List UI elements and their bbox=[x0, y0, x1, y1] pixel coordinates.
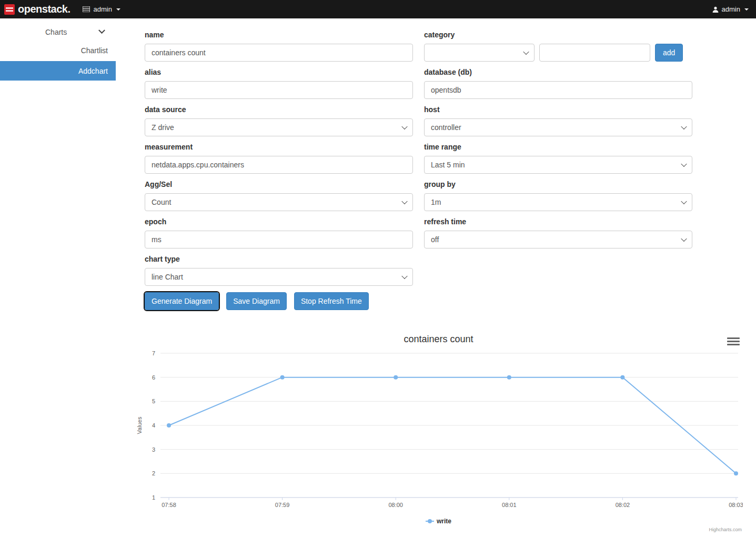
user-menu-label: admin bbox=[722, 5, 740, 13]
database-label: database (db) bbox=[424, 68, 692, 77]
host-label: host bbox=[424, 105, 692, 114]
line-chart: 123456707:5807:5908:0008:0108:0208:03Val… bbox=[134, 349, 743, 513]
main-content: name alias data source Z drive m bbox=[116, 18, 756, 525]
time-range-select[interactable]: Last 5 min bbox=[424, 156, 692, 174]
user-icon bbox=[712, 6, 719, 13]
data-point[interactable] bbox=[507, 375, 511, 380]
legend-item-write[interactable]: write bbox=[426, 518, 451, 525]
openstack-logo-icon bbox=[4, 4, 15, 15]
svg-text:4: 4 bbox=[152, 422, 155, 429]
chevron-down-icon bbox=[744, 8, 749, 11]
category-row: add bbox=[424, 44, 692, 62]
chart-title: containers count bbox=[134, 334, 743, 345]
agg-sel-label: Agg/Sel bbox=[145, 180, 413, 189]
svg-text:07:59: 07:59 bbox=[275, 502, 290, 508]
generate-diagram-button[interactable]: Generate Diagram bbox=[145, 292, 219, 310]
stop-refresh-time-button[interactable]: Stop Refresh Time bbox=[294, 292, 369, 310]
addchart-form: name alias data source Z drive m bbox=[145, 31, 756, 310]
data-point[interactable] bbox=[280, 375, 285, 380]
svg-text:6: 6 bbox=[152, 374, 155, 381]
category-input[interactable] bbox=[539, 44, 650, 62]
category-select-wrap bbox=[424, 44, 535, 62]
user-menu[interactable]: admin bbox=[712, 5, 756, 13]
legend-label: write bbox=[437, 518, 451, 525]
epoch-input[interactable] bbox=[145, 231, 413, 248]
data-point[interactable] bbox=[734, 471, 738, 475]
host-select[interactable]: controller bbox=[424, 118, 692, 136]
data-source-select[interactable]: Z drive bbox=[145, 118, 413, 136]
form-left-column: name alias data source Z drive m bbox=[145, 31, 413, 310]
database-input[interactable] bbox=[424, 81, 692, 99]
chart-type-select[interactable]: line Chart bbox=[145, 268, 413, 286]
svg-text:07:58: 07:58 bbox=[162, 502, 176, 508]
refresh-time-select[interactable]: off bbox=[424, 231, 692, 248]
chevron-down-icon bbox=[98, 27, 105, 34]
chart-container: containers count 123456707:5807:5908:000… bbox=[134, 334, 743, 525]
form-right-column: category add database (db) bbox=[424, 31, 692, 310]
svg-text:08:03: 08:03 bbox=[729, 502, 743, 508]
svg-text:1: 1 bbox=[152, 494, 155, 501]
chevron-down-icon bbox=[116, 8, 120, 11]
project-menu-icon bbox=[83, 6, 90, 12]
refresh-time-label: refresh time bbox=[424, 217, 692, 226]
brand-text: openstack. bbox=[18, 3, 70, 15]
save-diagram-button[interactable]: Save Diagram bbox=[226, 292, 287, 310]
name-label: name bbox=[145, 31, 413, 39]
svg-text:5: 5 bbox=[152, 398, 155, 404]
name-input[interactable] bbox=[145, 44, 413, 62]
project-menu-label: admin bbox=[93, 5, 112, 13]
sidebar-section-charts[interactable]: Charts bbox=[0, 23, 116, 41]
chart-type-select-wrap: line Chart bbox=[145, 268, 413, 286]
add-category-button[interactable]: add bbox=[655, 44, 683, 62]
refresh-time-select-wrap: off bbox=[424, 231, 692, 248]
svg-text:08:01: 08:01 bbox=[502, 502, 517, 508]
chart-legend: write bbox=[134, 518, 743, 525]
group-by-select[interactable]: 1m bbox=[424, 193, 692, 211]
data-source-select-wrap: Z drive bbox=[145, 118, 413, 136]
group-by-label: group by bbox=[424, 180, 692, 189]
alias-label: alias bbox=[145, 68, 413, 77]
time-range-label: time range bbox=[424, 143, 692, 152]
category-label: category bbox=[424, 31, 692, 39]
time-range-select-wrap: Last 5 min bbox=[424, 156, 692, 174]
data-point[interactable] bbox=[620, 375, 624, 380]
alias-input[interactable] bbox=[145, 81, 413, 99]
agg-sel-select-wrap: Count bbox=[145, 193, 413, 211]
sidebar-item-label: Chartlist bbox=[81, 46, 108, 55]
top-navbar: openstack. admin admin bbox=[0, 0, 756, 18]
category-select[interactable] bbox=[424, 44, 535, 62]
svg-text:08:00: 08:00 bbox=[388, 502, 403, 508]
agg-sel-select[interactable]: Count bbox=[145, 193, 413, 211]
measurement-input[interactable] bbox=[145, 156, 413, 174]
data-point[interactable] bbox=[394, 375, 398, 380]
svg-text:7: 7 bbox=[152, 350, 155, 356]
form-actions: Generate Diagram Save Diagram Stop Refre… bbox=[145, 292, 413, 310]
svg-text:2: 2 bbox=[152, 470, 155, 476]
svg-text:3: 3 bbox=[152, 446, 155, 453]
sidebar-section-label: Charts bbox=[45, 28, 67, 36]
highcharts-credit[interactable]: Highcharts.com bbox=[709, 527, 742, 532]
data-source-label: data source bbox=[145, 105, 413, 114]
openstack-brand[interactable]: openstack. bbox=[0, 3, 77, 15]
sidebar: Charts Chartlist Addchart bbox=[0, 18, 116, 525]
sidebar-item-chartlist[interactable]: Chartlist bbox=[0, 41, 116, 60]
chart-type-label: chart type bbox=[145, 255, 413, 264]
svg-text:08:02: 08:02 bbox=[616, 502, 630, 508]
project-menu[interactable]: admin bbox=[77, 5, 125, 13]
epoch-label: epoch bbox=[145, 217, 413, 226]
measurement-label: measurement bbox=[145, 143, 413, 152]
chart-context-menu-icon[interactable] bbox=[727, 335, 740, 347]
sidebar-item-addchart[interactable]: Addchart bbox=[0, 61, 116, 81]
host-select-wrap: controller bbox=[424, 118, 692, 136]
legend-marker-icon bbox=[426, 519, 434, 524]
group-by-select-wrap: 1m bbox=[424, 193, 692, 211]
data-point[interactable] bbox=[167, 423, 171, 427]
sidebar-item-label: Addchart bbox=[78, 67, 108, 75]
svg-text:Values: Values bbox=[136, 416, 143, 434]
